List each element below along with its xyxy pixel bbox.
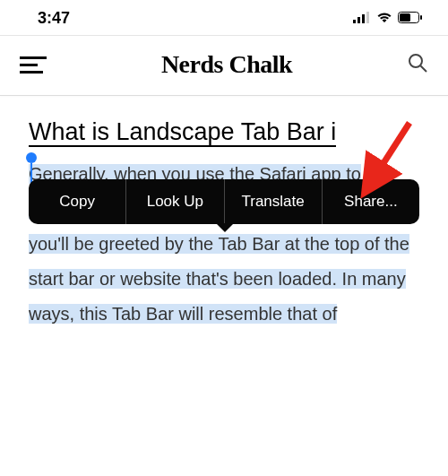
status-time: 3:47 xyxy=(38,9,70,28)
svg-line-8 xyxy=(420,66,426,73)
battery-icon xyxy=(398,9,423,28)
cellular-icon xyxy=(353,9,371,28)
status-bar: 3:47 xyxy=(0,0,448,35)
wifi-icon xyxy=(376,9,392,28)
article-title: What is Landscape Tab Bar i xyxy=(29,118,336,147)
svg-rect-3 xyxy=(366,12,369,23)
site-title[interactable]: Nerds Chalk xyxy=(161,50,292,79)
svg-rect-6 xyxy=(420,15,422,20)
status-indicators xyxy=(353,9,423,28)
context-translate[interactable]: Translate xyxy=(225,193,322,211)
site-header: Nerds Chalk xyxy=(0,36,448,95)
svg-rect-5 xyxy=(400,13,410,22)
search-icon[interactable] xyxy=(407,52,428,77)
context-share[interactable]: Share... xyxy=(323,193,419,211)
text-selection-menu: Copy Look Up Translate Share... xyxy=(29,179,419,224)
context-lookup[interactable]: Look Up xyxy=(126,193,223,211)
svg-rect-0 xyxy=(353,20,356,23)
context-copy[interactable]: Copy xyxy=(29,193,125,211)
svg-point-7 xyxy=(409,55,422,67)
menu-icon[interactable] xyxy=(20,56,47,74)
svg-rect-1 xyxy=(358,17,360,23)
svg-rect-2 xyxy=(362,14,365,23)
